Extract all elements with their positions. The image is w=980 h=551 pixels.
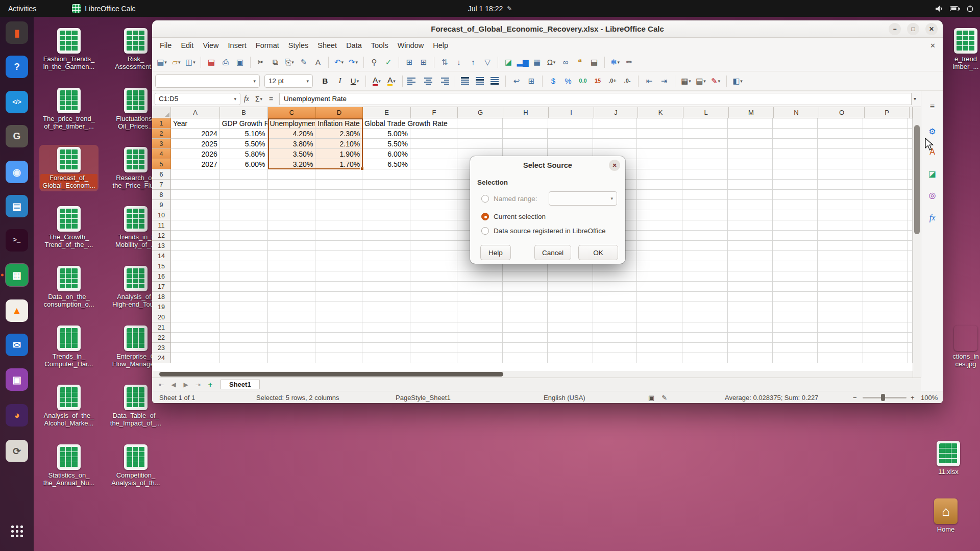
cell-K5[interactable] [637,159,682,169]
cell-C20[interactable] [268,312,316,322]
align-bottom-icon[interactable] [488,74,501,88]
cell-O3[interactable] [818,139,863,149]
cell-H19[interactable] [503,302,548,312]
cell-E18[interactable] [362,292,410,302]
cell-C13[interactable] [268,241,316,251]
insert-row-icon[interactable]: ⊞ [403,56,416,69]
cell-P20[interactable] [863,312,908,322]
dock-vscode-icon[interactable]: </> [6,91,28,113]
cell-I3[interactable] [548,139,593,149]
cell-L17[interactable] [682,282,728,292]
cell-J2[interactable] [593,129,637,139]
cell-D5[interactable]: 1.70% [315,159,362,169]
cell-G23[interactable] [457,343,503,353]
cell-M10[interactable] [728,210,773,220]
highlighting-color-icon[interactable]: A▾ [385,74,398,88]
clock-menu[interactable]: Jul 1 18:22 ✎ [468,5,512,13]
cell-K10[interactable] [637,210,682,220]
cell-L4[interactable] [682,149,728,159]
cell-N10[interactable] [773,210,818,220]
row-header-23[interactable]: 23 [152,343,171,353]
align-left-icon[interactable] [407,74,420,88]
cell-P9[interactable] [863,200,908,210]
cell-O5[interactable] [818,159,863,169]
selection-fill-handle[interactable] [360,167,364,170]
cell-P6[interactable] [863,169,908,180]
export-pdf-icon[interactable]: ▤ [205,56,218,69]
align-top-icon[interactable] [458,74,472,88]
name-box[interactable]: C1:D5 ▾ [155,93,240,105]
cell-B7[interactable] [220,180,268,190]
cell-E3[interactable]: 5.50% [362,139,410,149]
cell-D10[interactable] [315,210,362,220]
cell-F9[interactable] [410,200,457,210]
cell-B18[interactable] [220,292,268,302]
cell-B10[interactable] [220,210,268,220]
close-button[interactable]: ✕ [925,23,938,35]
cell-A10[interactable] [171,210,220,220]
cell-O6[interactable] [818,169,863,180]
column-header-M[interactable]: M [729,107,774,118]
cell-H20[interactable] [503,312,548,322]
cell-N21[interactable] [773,322,818,333]
row-header-11[interactable]: 11 [152,220,171,231]
dialog-titlebar[interactable]: Select Source ✕ [470,156,625,174]
cell-M24[interactable] [728,353,773,363]
cell-G20[interactable] [457,312,503,322]
functions-icon[interactable]: fx [925,211,939,224]
vertical-scrollbar-thumb[interactable] [914,125,920,234]
cell-D4[interactable]: 1.90% [315,149,362,159]
cell-O8[interactable] [818,190,863,200]
cell-E9[interactable] [362,200,410,210]
borders-icon[interactable]: ▦▾ [679,74,693,88]
cell-L7[interactable] [682,180,728,190]
conditional-formatting-icon[interactable]: ◧▾ [731,74,744,88]
cell-N17[interactable] [773,282,818,292]
properties-icon[interactable]: ⚙ [925,124,939,138]
cell-F2[interactable] [410,129,457,139]
cell-J3[interactable] [593,139,637,149]
cell-P22[interactable] [863,333,908,343]
minimize-button[interactable]: − [889,23,901,35]
desktop-icon-the-growth[interactable]: The_Growth_Trend_of_the_... [39,204,99,251]
window-titlebar[interactable]: Forecast_of_Global_Economic_Recovery.xls… [152,20,943,38]
cell-K17[interactable] [637,282,682,292]
dock-vlc-icon[interactable]: ▲ [6,299,28,322]
redo-icon[interactable]: ↷▾ [347,56,360,69]
cell-K1[interactable] [637,118,682,129]
format-percent-icon[interactable]: % [561,74,575,88]
cell-B3[interactable]: 5.50% [220,139,268,149]
dock-calc-icon[interactable]: ▦ [6,264,28,286]
cell-E17[interactable] [362,282,410,292]
cell-G18[interactable] [457,292,503,302]
menu-tools[interactable]: Tools [366,40,393,51]
cell-F7[interactable] [410,180,457,190]
cell-F19[interactable] [410,302,457,312]
cell-N13[interactable] [773,241,818,251]
cell-N11[interactable] [773,220,818,231]
cell-D16[interactable] [315,271,362,282]
cell-K13[interactable] [637,241,682,251]
new-icon[interactable]: ▤▾ [155,56,168,69]
cell-L23[interactable] [682,343,728,353]
cell-P16[interactable] [863,271,908,282]
cell-O7[interactable] [818,180,863,190]
increase-indent-icon[interactable]: ⇥ [657,74,671,88]
cell-P13[interactable] [863,241,908,251]
cell-M22[interactable] [728,333,773,343]
cell-F17[interactable] [410,282,457,292]
cell-O4[interactable] [818,149,863,159]
cell-J21[interactable] [593,322,637,333]
cell-F12[interactable] [410,231,457,241]
sort-icon[interactable]: ⇅ [438,56,451,69]
cell-M9[interactable] [728,200,773,210]
row-header-20[interactable]: 20 [152,312,171,322]
desktop-icon-forecast-of[interactable]: Forecast_of_Global_Econom... [39,145,99,191]
cell-P18[interactable] [863,292,908,302]
cell-B12[interactable] [220,231,268,241]
cell-P12[interactable] [863,231,908,241]
cell-D7[interactable] [315,180,362,190]
border-style-icon[interactable]: ▤▾ [694,74,707,88]
cell-H21[interactable] [503,322,548,333]
cell-E19[interactable] [362,302,410,312]
